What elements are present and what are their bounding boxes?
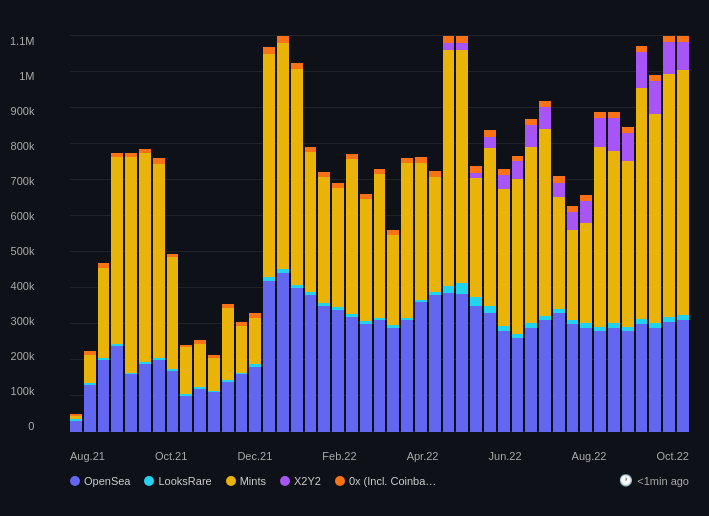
bar-segment-mints	[498, 189, 510, 326]
bar-segment-opensea	[153, 360, 165, 432]
bar-segment-mints	[608, 151, 620, 324]
y-label: 500k	[10, 246, 34, 257]
bar-segment-opensea	[470, 306, 482, 432]
bar-segment-opensea	[208, 392, 220, 432]
bar-segment-opensea	[387, 328, 399, 432]
bar-group	[318, 36, 330, 432]
bar-segment-mints	[222, 308, 234, 380]
bar-segment-opensea	[305, 295, 317, 432]
bar-group	[594, 36, 606, 432]
bar-segment-x2y2	[608, 118, 620, 150]
bar-segment-mints	[636, 88, 648, 318]
bar-segment-opensea	[332, 310, 344, 432]
bar-segment-mints	[180, 347, 192, 394]
bar-segment-mints	[512, 179, 524, 334]
legend-label: 0x (Incl. Coinba…	[349, 475, 436, 487]
bar-segment-opensea	[111, 346, 123, 432]
bar-segment-opensea	[677, 320, 689, 432]
bar-segment-mints	[580, 223, 592, 324]
bar-segment-mints	[429, 177, 441, 292]
bar-segment-mints	[305, 152, 317, 292]
bar-group	[208, 36, 220, 432]
bar-segment-ox	[277, 36, 289, 43]
bar-segment-opensea	[125, 374, 137, 432]
y-label: 100k	[10, 386, 34, 397]
bar-segment-mints	[443, 50, 455, 286]
bar-group	[636, 36, 648, 432]
bar-segment-opensea	[580, 328, 592, 432]
bar-segment-ox	[443, 36, 455, 43]
bar-segment-opensea	[401, 320, 413, 432]
bar-segment-opensea	[415, 302, 427, 432]
bar-group	[567, 36, 579, 432]
y-label: 900k	[10, 106, 34, 117]
bar-group	[553, 36, 565, 432]
bar-segment-opensea	[525, 328, 537, 432]
bar-segment-opensea	[498, 331, 510, 432]
y-label: 800k	[10, 141, 34, 152]
legend-item: Mints	[226, 475, 266, 487]
bar-group	[608, 36, 620, 432]
bars-wrapper	[70, 36, 689, 432]
bar-segment-opensea	[512, 338, 524, 432]
bar-segment-opensea	[277, 273, 289, 432]
bar-segment-opensea	[374, 320, 386, 432]
bar-segment-opensea	[291, 288, 303, 432]
bar-segment-x2y2	[498, 175, 510, 189]
x-label: Jun.22	[489, 450, 522, 462]
legend-item: 0x (Incl. Coinba…	[335, 475, 436, 487]
legend-item: X2Y2	[280, 475, 321, 487]
bar-group	[498, 36, 510, 432]
bar-group	[580, 36, 592, 432]
bar-segment-looksrare	[443, 286, 455, 293]
bar-segment-opensea	[539, 320, 551, 432]
bar-segment-mints	[456, 50, 468, 283]
bar-segment-mints	[139, 153, 151, 362]
bar-segment-opensea	[167, 371, 179, 432]
bar-segment-opensea	[194, 389, 206, 432]
y-label: 300k	[10, 316, 34, 327]
bar-segment-mints	[622, 161, 634, 327]
legend-color	[70, 476, 80, 486]
bar-group	[677, 36, 689, 432]
y-label: 1M	[10, 71, 34, 82]
bar-segment-opensea	[553, 313, 565, 432]
bar-segment-opensea	[484, 313, 496, 432]
bar-group	[305, 36, 317, 432]
y-axis: 0100k200k300k400k500k600k700k800k900k1M1…	[10, 36, 34, 432]
bar-segment-opensea	[636, 324, 648, 432]
bar-segment-looksrare	[470, 297, 482, 306]
bar-segment-mints	[98, 268, 110, 358]
legend-color	[280, 476, 290, 486]
bar-group	[401, 36, 413, 432]
bar-segment-x2y2	[567, 212, 579, 230]
bar-segment-opensea	[456, 294, 468, 432]
bar-segment-mints	[194, 344, 206, 387]
bar-segment-mints	[167, 257, 179, 369]
legend-label: Mints	[240, 475, 266, 487]
bar-segment-mints	[374, 174, 386, 318]
x-label: Aug.22	[572, 450, 607, 462]
bar-group	[346, 36, 358, 432]
bar-segment-mints	[291, 69, 303, 285]
bar-segment-mints	[539, 129, 551, 316]
x-label: Feb.22	[322, 450, 356, 462]
bar-group	[180, 36, 192, 432]
bar-group	[222, 36, 234, 432]
bar-segment-opensea	[98, 360, 110, 432]
bar-segment-x2y2	[663, 42, 675, 74]
bar-segment-mints	[346, 159, 358, 314]
bar-group	[249, 36, 261, 432]
bar-group	[470, 36, 482, 432]
bar-segment-opensea	[236, 374, 248, 432]
bar-segment-opensea	[429, 295, 441, 432]
timestamp-label: <1min ago	[637, 475, 689, 487]
bar-segment-opensea	[663, 322, 675, 432]
legend-item: LooksRare	[144, 475, 211, 487]
bar-group	[277, 36, 289, 432]
x-label: Oct.22	[657, 450, 689, 462]
bar-group	[125, 36, 137, 432]
legend-label: OpenSea	[84, 475, 130, 487]
bar-segment-mints	[125, 157, 137, 373]
bar-segment-opensea	[346, 317, 358, 432]
